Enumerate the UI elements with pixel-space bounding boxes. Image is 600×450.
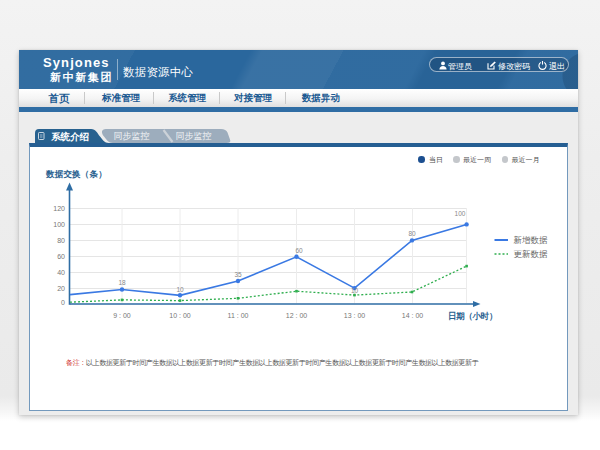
- svg-text:60: 60: [57, 253, 65, 260]
- svg-text:10 : 00: 10 : 00: [169, 312, 191, 319]
- svg-text:40: 40: [57, 269, 65, 276]
- svg-text:同步监控: 同步监控: [114, 131, 150, 141]
- svg-text:日期（小时）: 日期（小时）: [448, 311, 497, 321]
- svg-text:同步监控: 同步监控: [176, 131, 212, 141]
- svg-text:12 : 00: 12 : 00: [286, 312, 308, 319]
- svg-text:新增数据: 新增数据: [514, 235, 549, 245]
- svg-text:11 : 00: 11 : 00: [228, 312, 249, 319]
- svg-text:80: 80: [57, 237, 65, 244]
- svg-text:60: 60: [295, 247, 303, 254]
- svg-text:更新数据: 更新数据: [514, 249, 549, 259]
- svg-text:100: 100: [53, 221, 65, 228]
- svg-text:13 : 00: 13 : 00: [344, 312, 366, 319]
- svg-text:35: 35: [234, 271, 242, 278]
- svg-text:0: 0: [61, 299, 65, 306]
- svg-text:80: 80: [408, 230, 416, 237]
- svg-text:9 : 00: 9 : 00: [113, 312, 131, 319]
- svg-text:120: 120: [53, 205, 65, 212]
- svg-text:100: 100: [455, 210, 466, 217]
- svg-text:系统介绍: 系统介绍: [51, 131, 90, 142]
- svg-text:14 : 00: 14 : 00: [402, 312, 424, 319]
- svg-text:20: 20: [57, 285, 65, 292]
- svg-text:10: 10: [351, 287, 359, 294]
- svg-text:18: 18: [118, 279, 126, 286]
- svg-text:10: 10: [176, 286, 184, 293]
